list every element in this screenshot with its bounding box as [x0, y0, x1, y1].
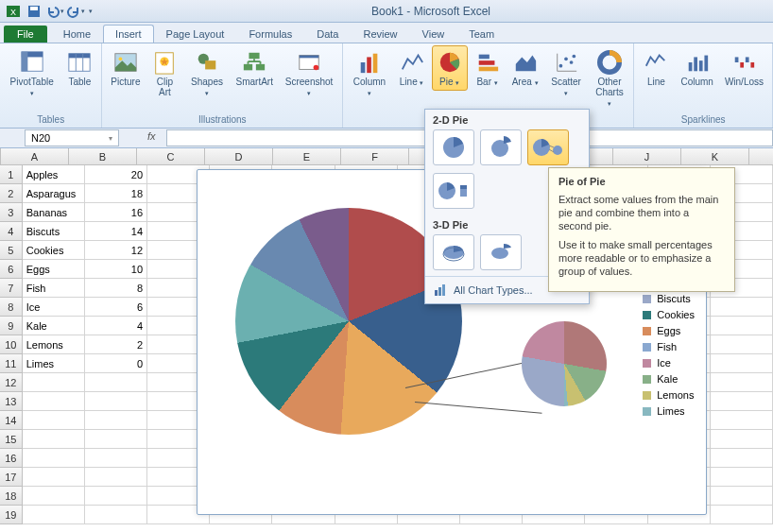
column-header[interactable]: C	[137, 148, 205, 164]
line-button[interactable]: Line ▾	[394, 45, 430, 91]
cell[interactable]: Kale	[23, 317, 85, 335]
column-header[interactable]: B	[69, 148, 137, 164]
tab-home[interactable]: Home	[51, 25, 103, 43]
cell[interactable]	[23, 392, 85, 411]
cell[interactable]	[23, 468, 85, 487]
tab-review[interactable]: Review	[351, 25, 409, 43]
cell[interactable]: Biscuts	[23, 222, 85, 241]
cell[interactable]	[85, 392, 147, 411]
tab-formulas[interactable]: Formulas	[236, 25, 304, 43]
cell[interactable]	[711, 468, 773, 487]
bar-of-pie-option[interactable]	[433, 173, 474, 209]
row-header[interactable]: 12	[0, 373, 23, 392]
cell[interactable]	[85, 487, 147, 506]
column-header[interactable]: F	[341, 148, 409, 164]
cell[interactable]: Fish	[23, 279, 85, 298]
row-header[interactable]: 11	[0, 354, 23, 373]
row-header[interactable]: 10	[0, 335, 23, 354]
cell[interactable]	[711, 449, 773, 468]
cell[interactable]: 18	[85, 184, 147, 203]
row-header[interactable]: 14	[0, 411, 23, 430]
cell[interactable]	[711, 411, 773, 430]
cell[interactable]: 8	[85, 279, 147, 298]
cell[interactable]	[85, 373, 147, 392]
undo-button[interactable]: ▾	[45, 2, 64, 21]
save-button[interactable]	[25, 2, 43, 21]
row-header[interactable]: 6	[0, 260, 23, 279]
cell[interactable]: Bananas	[23, 203, 85, 222]
cell[interactable]	[711, 335, 773, 354]
cell[interactable]: 14	[85, 222, 147, 241]
cell[interactable]	[23, 506, 85, 524]
column-header[interactable]: E	[273, 148, 341, 164]
fx-icon[interactable]: fx	[147, 130, 163, 146]
pie-3d-option[interactable]	[433, 234, 474, 270]
column-header[interactable]: J	[613, 148, 681, 164]
tab-data[interactable]: Data	[304, 25, 351, 43]
cell[interactable]	[711, 506, 773, 524]
table-button[interactable]: Table	[61, 45, 97, 90]
cell[interactable]	[711, 392, 773, 411]
row-header[interactable]: 7	[0, 279, 23, 298]
tab-insert[interactable]: Insert	[103, 25, 154, 43]
row-header[interactable]: 3	[0, 203, 23, 222]
column-header[interactable]: D	[205, 148, 273, 164]
cell[interactable]: Eggs	[23, 260, 85, 279]
pie-3d-exploded-option[interactable]	[480, 234, 522, 270]
cell[interactable]	[23, 411, 85, 430]
cell[interactable]	[23, 487, 85, 506]
bar-button[interactable]: Bar ▾	[470, 45, 506, 91]
cell[interactable]	[85, 506, 147, 524]
cell[interactable]: Cookies	[23, 241, 85, 260]
cell[interactable]: 0	[85, 354, 147, 373]
cell[interactable]: 4	[85, 317, 147, 335]
cell[interactable]	[711, 317, 773, 335]
tab-page-layout[interactable]: Page Layout	[154, 25, 237, 43]
cell[interactable]: Apples	[23, 165, 85, 184]
smartart-button[interactable]: SmartArt	[232, 45, 278, 90]
clip-art-button[interactable]: ClipArt	[146, 45, 182, 100]
screenshot-button[interactable]: Screenshot ▾	[280, 45, 338, 101]
row-header[interactable]: 19	[0, 506, 23, 524]
column-header[interactable]: K	[681, 148, 749, 164]
row-header[interactable]: 8	[0, 298, 23, 317]
row-header[interactable]: 16	[0, 449, 23, 468]
dropdown-icon[interactable]: ▾	[109, 134, 112, 143]
redo-button[interactable]: ▾	[66, 2, 85, 21]
cell[interactable]	[711, 354, 773, 373]
cell[interactable]	[23, 449, 85, 468]
shapes-button[interactable]: Shapes ▾	[184, 45, 229, 101]
picture-button[interactable]: Picture	[106, 45, 145, 90]
cell[interactable]: Limes	[23, 354, 85, 373]
cell[interactable]	[85, 411, 147, 430]
pie-button[interactable]: Pie ▾	[432, 45, 468, 91]
row-header[interactable]: 5	[0, 241, 23, 260]
excel-app-icon[interactable]: X	[4, 2, 23, 21]
cell[interactable]	[711, 487, 773, 506]
name-box[interactable]: N20▾	[25, 129, 119, 146]
cell[interactable]	[85, 468, 147, 487]
cell[interactable]: 2	[85, 335, 147, 354]
scatter-button[interactable]: Scatter ▾	[545, 45, 588, 101]
win/loss-button[interactable]: Win/Loss	[720, 45, 768, 90]
pie-2d-option[interactable]	[433, 129, 474, 165]
row-header[interactable]: 17	[0, 468, 23, 487]
cell[interactable]: 20	[85, 165, 147, 184]
tab-team[interactable]: Team	[456, 25, 507, 43]
cell[interactable]: Asparagus	[23, 184, 85, 203]
row-header[interactable]: 13	[0, 392, 23, 411]
area-button[interactable]: Area ▾	[507, 45, 543, 91]
pie-of-pie-option[interactable]	[527, 129, 569, 165]
row-header[interactable]: 1	[0, 165, 23, 184]
cell[interactable]: 12	[85, 241, 147, 260]
row-header[interactable]: 2	[0, 184, 23, 203]
row-header[interactable]: 4	[0, 222, 23, 241]
row-header[interactable]: 9	[0, 317, 23, 335]
cell[interactable]	[23, 373, 85, 392]
cell[interactable]	[23, 430, 85, 449]
row-header[interactable]: 18	[0, 487, 23, 506]
column-button[interactable]: Column ▾	[347, 45, 391, 101]
cell[interactable]: Lemons	[23, 335, 85, 354]
tab-view[interactable]: View	[410, 25, 457, 43]
pivottable-button[interactable]: PivotTable ▾	[4, 45, 60, 101]
